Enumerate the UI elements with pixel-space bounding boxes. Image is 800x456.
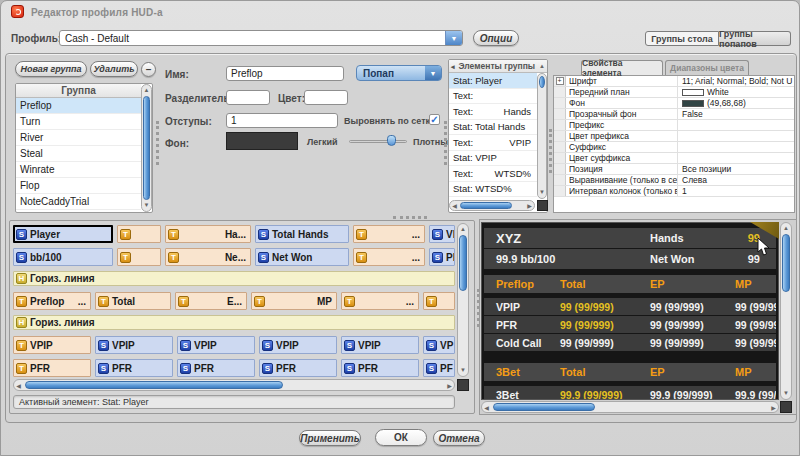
text-cell[interactable]: TPreflop... bbox=[13, 292, 91, 310]
scroll-right-icon[interactable]: ▶ bbox=[525, 201, 534, 210]
text-cell[interactable]: TPFR bbox=[13, 359, 91, 377]
text-cell[interactable]: TTotal bbox=[95, 292, 171, 310]
scroll-left-icon[interactable]: ◀ bbox=[450, 201, 459, 210]
scroll-down-icon[interactable]: ▼ bbox=[142, 201, 151, 210]
group-row[interactable]: Preflop bbox=[16, 98, 141, 114]
new-group-button[interactable]: Новая группа bbox=[15, 61, 87, 77]
scroll-left-icon[interactable]: ◀ bbox=[14, 380, 23, 390]
group-row[interactable]: River bbox=[16, 130, 141, 146]
scroll-thumb[interactable] bbox=[459, 235, 467, 291]
apply-button[interactable]: Применить bbox=[299, 430, 361, 446]
element-row[interactable]: Text:VPIP bbox=[449, 135, 537, 151]
cancel-button[interactable]: Отмена bbox=[433, 430, 485, 446]
grid-hscrollbar[interactable]: ◀ ▶ bbox=[13, 379, 455, 391]
scroll-thumb[interactable] bbox=[143, 96, 150, 200]
scroll-right-icon[interactable]: ▶ bbox=[769, 402, 778, 412]
text-cell[interactable]: THa... bbox=[165, 225, 251, 243]
text-cell[interactable]: T bbox=[117, 248, 161, 266]
stat-cell[interactable]: STotal Hands bbox=[255, 225, 349, 243]
element-row[interactable]: Stat: Player bbox=[449, 73, 537, 89]
text-cell[interactable]: TVPIP bbox=[13, 336, 91, 354]
text-cell[interactable]: T bbox=[117, 225, 161, 243]
scroll-up-icon[interactable]: ▲ bbox=[142, 86, 151, 95]
scroll-left-icon[interactable]: ◀ bbox=[482, 402, 491, 412]
stat-cell[interactable]: SPFR bbox=[341, 359, 419, 377]
text-cell[interactable]: T... bbox=[353, 248, 425, 266]
options-button[interactable]: Опции bbox=[473, 30, 519, 46]
property-row[interactable]: Цвет префикса bbox=[554, 131, 794, 142]
text-cell[interactable]: TE... bbox=[175, 292, 247, 310]
scroll-down-icon[interactable]: ▼ bbox=[538, 188, 546, 197]
property-row[interactable]: Выравнивание (только в сетСлева bbox=[554, 175, 794, 186]
elements-hscrollbar[interactable]: ◀ ▶ bbox=[449, 200, 535, 211]
elements-scroll-up-icon[interactable]: ▲ bbox=[539, 60, 545, 73]
density-slider-handle[interactable] bbox=[387, 135, 396, 146]
element-row[interactable]: Stat: WTSD% bbox=[449, 182, 537, 198]
group-row[interactable]: Winrate bbox=[16, 162, 141, 178]
stat-cell[interactable]: SPFR bbox=[95, 359, 173, 377]
tab-element-properties[interactable]: Свойства элемента bbox=[581, 60, 663, 75]
scroll-down-icon[interactable]: ▼ bbox=[781, 389, 791, 398]
stat-cell[interactable]: SVP bbox=[429, 225, 455, 243]
density-slider-track[interactable] bbox=[349, 140, 407, 143]
group-row[interactable]: Turn bbox=[16, 114, 141, 130]
text-cell[interactable]: TMP bbox=[251, 292, 337, 310]
property-value[interactable]: 1 bbox=[678, 186, 794, 196]
scroll-thumb[interactable] bbox=[493, 403, 595, 411]
grid-vscrollbar[interactable]: ▲ ▼ bbox=[457, 223, 469, 377]
stat-cell[interactable]: SVPIP bbox=[177, 336, 255, 354]
padding-input[interactable] bbox=[226, 113, 338, 128]
elements-vscrollbar[interactable]: ▼ bbox=[537, 73, 547, 199]
group-row[interactable]: NoteCaddyTrial bbox=[16, 194, 141, 210]
stat-cell[interactable]: SPF bbox=[423, 359, 455, 377]
collapse-button[interactable]: – bbox=[141, 62, 156, 77]
stat-cell[interactable]: SPlayer bbox=[13, 225, 113, 243]
snap-checkbox[interactable]: ✓ bbox=[429, 114, 440, 125]
stat-cell[interactable]: SVPIP bbox=[341, 336, 419, 354]
element-row[interactable]: Text:WTSD% bbox=[449, 166, 537, 182]
property-row[interactable]: Интервал колонок (только в1 bbox=[554, 186, 794, 197]
stat-cell[interactable]: SVPIP bbox=[259, 336, 337, 354]
property-value[interactable]: Слева bbox=[678, 175, 794, 185]
property-value[interactable]: Все позиции bbox=[678, 164, 794, 174]
property-row[interactable]: Фон(49,68,68) bbox=[554, 98, 794, 109]
splitter[interactable] bbox=[444, 121, 447, 165]
element-row[interactable]: Text:Hands bbox=[449, 104, 537, 120]
text-cell[interactable]: T... bbox=[341, 292, 419, 310]
scroll-thumb[interactable] bbox=[25, 381, 283, 389]
group-row[interactable]: Steal bbox=[16, 146, 141, 162]
splitter[interactable] bbox=[549, 129, 552, 173]
group-list-scrollbar[interactable]: ▲ ▼ bbox=[141, 84, 152, 212]
preview-vscrollbar[interactable]: ▲ ▼ bbox=[780, 222, 792, 400]
scroll-thumb[interactable] bbox=[782, 234, 790, 292]
scroll-thumb[interactable] bbox=[460, 202, 512, 209]
property-value[interactable]: (49,68,68) bbox=[678, 98, 794, 108]
stat-cell[interactable]: SPF bbox=[429, 248, 455, 266]
stat-cell[interactable]: SPFR bbox=[177, 359, 255, 377]
stat-cell[interactable]: SVP bbox=[423, 336, 455, 354]
hline-divider[interactable]: HГориз. линия bbox=[13, 315, 455, 330]
property-value[interactable]: 11; Arial; Normal; Bold; Not U bbox=[678, 76, 794, 86]
scroll-up-icon[interactable]: ▲ bbox=[781, 224, 791, 233]
text-cell[interactable]: T... bbox=[353, 225, 425, 243]
stat-cell[interactable]: SPFR bbox=[259, 359, 337, 377]
property-value[interactable]: White bbox=[678, 87, 794, 97]
type-dropdown[interactable]: Попап ▼ bbox=[356, 65, 442, 81]
scroll-right-icon[interactable]: ▶ bbox=[445, 380, 454, 390]
element-row[interactable]: Text: bbox=[449, 89, 537, 105]
property-value[interactable]: False bbox=[678, 109, 794, 119]
preview-hscrollbar[interactable]: ◀ ▶ bbox=[481, 401, 779, 413]
profile-dropdown[interactable]: Cash - Default ▼ bbox=[59, 30, 463, 46]
property-row[interactable]: ПозицияВсе позиции bbox=[554, 164, 794, 175]
ok-button[interactable]: ОК bbox=[375, 429, 427, 446]
text-cell[interactable]: TNe... bbox=[165, 248, 251, 266]
splitter[interactable] bbox=[393, 216, 427, 219]
hline-divider[interactable]: HГориз. линия bbox=[13, 271, 455, 286]
tab-popup-groups[interactable]: Группы попапов bbox=[719, 31, 791, 46]
color-input[interactable] bbox=[304, 90, 348, 105]
separator-input[interactable] bbox=[226, 90, 270, 105]
element-row[interactable]: Stat: VPIP bbox=[449, 151, 537, 167]
group-row[interactable]: Flop bbox=[16, 178, 141, 194]
property-row[interactable]: Прозрачный фонFalse bbox=[554, 109, 794, 120]
scroll-down-icon[interactable]: ▼ bbox=[458, 366, 468, 375]
